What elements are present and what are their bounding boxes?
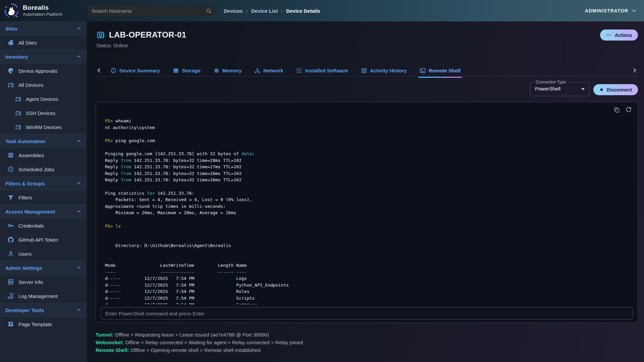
- breadcrumb-item-devices[interactable]: Devices: [224, 8, 243, 14]
- tab-remote-shell[interactable]: Remote Shell: [419, 65, 461, 76]
- tabs-scroll-right-button[interactable]: [631, 67, 638, 74]
- sidebar-section-sites[interactable]: Sites: [0, 21, 87, 36]
- tab-label: Memory: [222, 68, 242, 73]
- grid-icon: [7, 152, 14, 159]
- chevron-down-icon: [631, 8, 637, 13]
- github-icon: [7, 236, 14, 243]
- copy-icon[interactable]: [613, 107, 620, 113]
- tab-storage[interactable]: Storage: [172, 65, 201, 76]
- sidebar-item-label: GitHub API Token: [18, 237, 58, 243]
- status-line-tunnel: Tunnel: Offline > Requesting lease > Lea…: [96, 332, 303, 340]
- devices-icon: [15, 110, 21, 116]
- device-status: Status: Online: [96, 43, 128, 48]
- sidebar-section-developer-tools[interactable]: Developer Tools: [0, 303, 87, 317]
- search-box[interactable]: [88, 5, 215, 16]
- tab-network[interactable]: Network: [254, 65, 284, 76]
- terminal-line: [105, 255, 620, 262]
- sidebar-item-page-template[interactable]: Page Template: [0, 317, 87, 331]
- sidebar-section-admin-settings[interactable]: Admin Settings: [0, 261, 87, 275]
- sidebar-section-access-management[interactable]: Access Management: [0, 204, 87, 219]
- device-title-row: LAB-OPERATOR-01: [96, 30, 186, 40]
- chevron-up-icon: [76, 138, 82, 144]
- disconnect-button[interactable]: Disconnect: [593, 84, 638, 95]
- info-icon: [110, 67, 117, 74]
- sidebar-section-filters-groups[interactable]: Filters & Groups: [0, 176, 87, 190]
- status-line-remote-shell: Remote Shell: Offline > Opening remote s…: [96, 347, 303, 355]
- terminal-line: PS> ping google.com: [105, 137, 620, 144]
- terminal-line: Reply from 142.251.33.78: bytes=32 time=…: [105, 170, 620, 177]
- logo[interactable]: Borealis Automation Platform: [4, 3, 62, 18]
- app-root: Borealis Automation Platform Devices›Dev…: [0, 0, 644, 362]
- sidebar-item-ssh-devices[interactable]: SSH Devices: [0, 106, 87, 120]
- sidebar-item-filters[interactable]: Filters: [0, 190, 87, 204]
- terminal-line: d----- 12/7/2025 7:54 PM Settings: [105, 302, 620, 304]
- search-input[interactable]: [92, 8, 206, 14]
- sidebar-item-agent-devices[interactable]: Agent Devices: [0, 92, 87, 106]
- sidebar-section-inventory[interactable]: Inventory: [0, 50, 87, 64]
- terminal-line: Directory: D:\Github\Borealis\Agent\Bore…: [105, 242, 620, 249]
- sidebar-item-all-sites[interactable]: All Sites: [0, 36, 87, 50]
- breadcrumb-item-device-details[interactable]: Device Details: [286, 8, 320, 14]
- terminal-output[interactable]: PS> whoamint authority\systemPS> ping go…: [105, 118, 620, 304]
- tab-label: Network: [263, 68, 283, 73]
- terminal-line: [105, 131, 620, 137]
- terminal-command-input[interactable]: [101, 307, 633, 319]
- terminal-line: Ping statistics for 142.251.33.78:: [105, 190, 620, 197]
- sidebar-item-label: Credentials: [18, 223, 44, 229]
- terminal-icon: [420, 67, 426, 74]
- status-label: Websocket:: [96, 340, 124, 345]
- tab-installed-software[interactable]: Installed Software: [295, 65, 348, 76]
- filter-icon: [7, 194, 14, 201]
- tabs-divider: [96, 76, 638, 76]
- sidebar-item-label: Device Approvals: [18, 68, 57, 74]
- sidebar-item-all-devices[interactable]: All Devices: [0, 78, 87, 92]
- terminal-line: Minimum = 26ms, Maximum = 28ms, Average …: [105, 209, 620, 216]
- tabs-scroll-left-button[interactable]: [96, 67, 102, 74]
- tab-device-summary[interactable]: Device Summary: [110, 65, 161, 76]
- status-text: Offline > Opening remote shell > Remote …: [129, 347, 261, 353]
- sidebar-item-assemblies[interactable]: Assemblies: [0, 148, 87, 162]
- terminal-line: d----- 12/7/2025 7:54 PM Scripts: [105, 295, 620, 302]
- terminal-line: d----- 12/7/2025 7:54 PM Python_API_Endp…: [105, 282, 620, 289]
- sidebar-item-credentials[interactable]: Credentials: [0, 219, 87, 233]
- sidebar-section-label: Task Automation: [5, 138, 46, 144]
- topbar: Borealis Automation Platform Devices›Dev…: [0, 0, 644, 21]
- disconnect-label: Disconnect: [607, 87, 632, 93]
- refresh-icon[interactable]: [625, 107, 632, 113]
- chevron-up-icon: [76, 54, 82, 59]
- sidebar-item-log-management[interactable]: Log Management: [0, 289, 87, 303]
- connection-type-value: PowerShell: [535, 86, 560, 92]
- devices-icon: [15, 96, 21, 102]
- tab-memory[interactable]: Memory: [213, 65, 243, 76]
- sidebar-section-label: Access Management: [5, 209, 55, 215]
- terminal-line: [105, 229, 620, 236]
- user-menu[interactable]: ADMINISTRATOR: [585, 0, 637, 21]
- sidebar-item-label: Scheduled Jobs: [18, 167, 54, 172]
- breadcrumb-item-device-list[interactable]: Device List: [251, 8, 278, 14]
- devices-icon: [7, 81, 14, 88]
- status-label: Tunnel:: [96, 332, 113, 338]
- sidebar-item-server-info[interactable]: Server Info: [0, 275, 87, 289]
- actions-button[interactable]: Actions: [600, 29, 638, 41]
- connection-type-select[interactable]: Connection Type PowerShell: [530, 82, 589, 96]
- network-icon: [254, 67, 261, 74]
- sidebar-item-label: WinRM Devices: [26, 124, 62, 130]
- sidebar-section-task-automation[interactable]: Task Automation: [0, 134, 87, 148]
- sidebar-item-label: Log Management: [18, 293, 58, 299]
- terminal-panel: PS> whoamint authority\systemPS> ping go…: [96, 102, 638, 323]
- sidebar-item-scheduled-jobs[interactable]: Scheduled Jobs: [0, 162, 87, 176]
- sidebar-item-winrm-devices[interactable]: WinRM Devices: [0, 120, 87, 134]
- tab-activity-history[interactable]: Activity History: [360, 65, 408, 76]
- terminal-line: Pinging google.com [142.251.33.78] with …: [105, 150, 620, 157]
- terminal-line: PS> ls: [105, 223, 620, 230]
- sidebar-section-label: Developer Tools: [5, 307, 44, 313]
- sidebar-item-label: Assemblies: [18, 153, 44, 158]
- sidebar-item-device-approvals[interactable]: Device Approvals: [0, 64, 87, 78]
- clock-icon: [7, 166, 14, 173]
- sidebar-item-label: All Devices: [18, 82, 43, 88]
- tabs: Device SummaryStorageMemoryNetworkInstal…: [110, 65, 461, 76]
- sidebar-item-label: SSH Devices: [26, 110, 55, 116]
- sidebar-item-label: Page Template: [18, 321, 52, 327]
- sidebar-item-users[interactable]: Users: [0, 247, 87, 261]
- sidebar-item-github-api-token[interactable]: GitHub API Token: [0, 233, 87, 247]
